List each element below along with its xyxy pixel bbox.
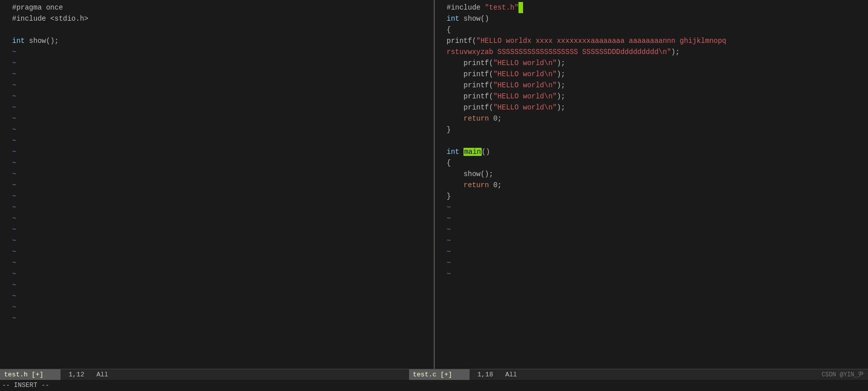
right-pane[interactable]: #include "test.h" int show() { printf("H…: [435, 0, 869, 369]
line-1-left: #pragma once: [0, 2, 434, 13]
left-all: All: [92, 369, 112, 380]
line-12-right: [435, 135, 869, 146]
line-14-right: {: [435, 157, 869, 169]
tilde-left-23: ~: [0, 291, 434, 302]
tilde-left-12: ~: [0, 169, 434, 180]
line-6-right: printf("HELLO world\n");: [435, 69, 869, 80]
tilde-left-3: ~: [0, 69, 434, 80]
tilde-left-13: ~: [0, 180, 434, 191]
tilde-left-10: ~: [0, 146, 434, 157]
tilde-right-1: ~: [435, 202, 869, 213]
line-3-right: {: [435, 24, 869, 35]
mode-bar: -- INSERT --: [0, 380, 868, 391]
statusbar: test.h [+] 1,12 All test.c [+] 1,18 All …: [0, 369, 868, 380]
line-5-right: printf("HELLO world\n");: [435, 58, 869, 69]
tilde-right-7: ~: [435, 268, 869, 280]
tilde-left-14: ~: [0, 191, 434, 202]
line-11-right: }: [435, 124, 869, 135]
tilde-left-2: ~: [0, 58, 434, 69]
tilde-left-5: ~: [0, 91, 434, 102]
line-4-right: printf("HELLO worldx xxxx xxxxxxxxaaaaaa…: [435, 35, 869, 46]
tilde-left-20: ~: [0, 257, 434, 268]
tilde-left-15: ~: [0, 202, 434, 213]
tilde-left-1: ~: [0, 46, 434, 58]
line-17-right: }: [435, 191, 869, 202]
line-4b-right: rstuvwxyzab SSSSSSSSSSSSSSSSSSS SSSSSSDD…: [435, 46, 869, 58]
tilde-right-5: ~: [435, 246, 869, 257]
line-7-right: printf("HELLO world\n");: [435, 80, 869, 91]
right-pos: 1,18: [470, 369, 501, 380]
tilde-left-16: ~: [0, 213, 434, 224]
tilde-left-21: ~: [0, 268, 434, 280]
tilde-left-6: ~: [0, 102, 434, 113]
credit: CSDN @YIN_尹: [818, 369, 868, 380]
cursor: [518, 2, 523, 13]
line-16-right: return 0;: [435, 180, 869, 191]
tilde-right-4: ~: [435, 235, 869, 246]
line-2-left: #include <stdio.h>: [0, 13, 434, 24]
tilde-left-4: ~: [0, 80, 434, 91]
line-1-right: #include "test.h": [435, 2, 869, 13]
tilde-right-3: ~: [435, 224, 869, 235]
line-15-right: show();: [435, 169, 869, 180]
right-filename: test.c [+]: [409, 369, 470, 380]
tilde-left-25: ~: [0, 313, 434, 324]
line-9-right: printf("HELLO world\n");: [435, 102, 869, 113]
tilde-right-6: ~: [435, 257, 869, 268]
line-3-left: [0, 24, 434, 35]
line-13-right: int main(): [435, 146, 869, 157]
tilde-left-8: ~: [0, 124, 434, 135]
tilde-left-11: ~: [0, 157, 434, 169]
line-10-right: return 0;: [435, 113, 869, 124]
insert-mode-label: -- INSERT --: [2, 380, 49, 391]
right-code-content: #include "test.h" int show() { printf("H…: [435, 0, 869, 369]
tilde-left-17: ~: [0, 224, 434, 235]
tilde-left-19: ~: [0, 246, 434, 257]
left-pane[interactable]: #pragma once #include <stdio.h> int show…: [0, 0, 435, 369]
left-filename: test.h [+]: [0, 369, 61, 380]
tilde-right-2: ~: [435, 213, 869, 224]
editor-area: #pragma once #include <stdio.h> int show…: [0, 0, 868, 369]
line-4-left: int show();: [0, 35, 434, 46]
left-pos: 1,12: [61, 369, 92, 380]
tilde-left-22: ~: [0, 280, 434, 291]
line-2-right: int show(): [435, 13, 869, 24]
tilde-left-7: ~: [0, 113, 434, 124]
tilde-left-18: ~: [0, 235, 434, 246]
right-all: All: [501, 369, 521, 380]
tilde-left-9: ~: [0, 135, 434, 146]
statusbar-left: test.h [+] 1,12 All test.c [+] 1,18 All …: [0, 369, 868, 380]
left-code-content: #pragma once #include <stdio.h> int show…: [0, 0, 434, 369]
line-8-right: printf("HELLO world\n");: [435, 91, 869, 102]
tilde-left-24: ~: [0, 302, 434, 313]
main-highlight: main: [464, 148, 482, 156]
